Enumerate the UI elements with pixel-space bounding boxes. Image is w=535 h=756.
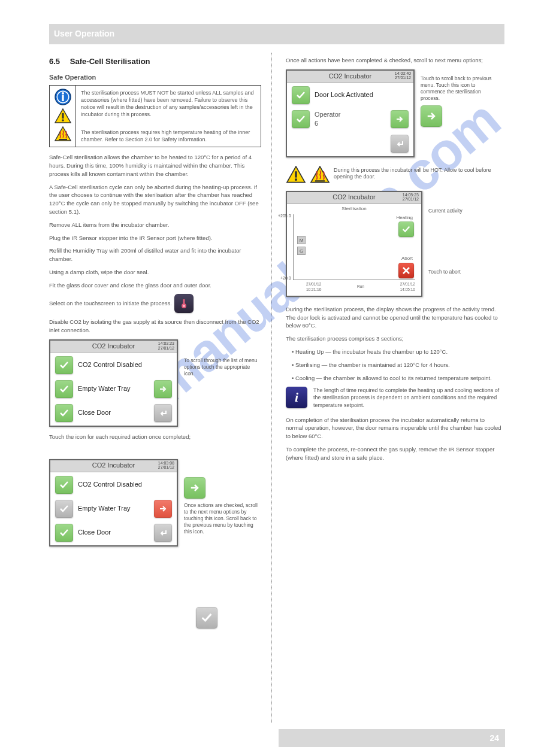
screen3-item2-sub: 6	[315, 119, 386, 128]
next-arrow-icon-inline	[421, 105, 442, 127]
header-bar: User Operation	[49, 24, 504, 44]
check-button[interactable]	[55, 524, 73, 542]
mandatory-icon	[54, 88, 72, 106]
footer-bar: 24	[279, 729, 505, 747]
screen3-title: CO2 Incubator	[329, 72, 372, 81]
next-arrow-button[interactable]	[391, 110, 409, 128]
svg-rect-11	[183, 299, 185, 305]
check-button[interactable]	[55, 380, 73, 398]
ui-screen-1: CO2 Incubator 14:03:2327/01/12 CO2 Contr…	[49, 339, 178, 427]
after-p2: The sterilisation process comprises 3 se…	[286, 335, 501, 343]
note-text-2: The sterilisation process requires high …	[81, 129, 256, 143]
header-title: User Operation	[54, 29, 114, 38]
check-button[interactable]	[292, 110, 310, 128]
body-p7: Fit the glass door cover and close the g…	[49, 281, 265, 290]
body-p1: Safe-Cell sterilisation allows the chamb…	[49, 153, 265, 178]
screen1-item1: CO2 Control Disabled	[78, 360, 172, 369]
run-label: Run	[357, 284, 364, 289]
next-arrow-button-red[interactable]	[154, 500, 172, 518]
next-arrow-button[interactable]	[154, 380, 172, 398]
safety-note-box: The sterilisation process MUST NOT be st…	[49, 85, 261, 148]
mid-para: Touch the icon for each required action …	[49, 433, 191, 441]
check-icon-inline	[196, 607, 217, 629]
screen1-title: CO2 Incubator	[92, 342, 135, 351]
after-p3: • Heating Up — the incubator heats the c…	[292, 348, 501, 356]
m-button[interactable]: M	[297, 236, 306, 244]
screen2-item2: Empty Water Tray	[78, 504, 149, 513]
final-p1: On completion of the sterilisation proce…	[286, 416, 501, 441]
screen1-item2: Empty Water Tray	[78, 384, 149, 393]
body-p3: Remove ALL items from the incubator cham…	[49, 221, 265, 229]
screen1-item3: Close Door	[78, 408, 149, 417]
section-title: Safe-Cell Sterilisation	[70, 57, 150, 66]
after-p4: • Sterilising — the chamber is maintaine…	[292, 361, 501, 369]
svg-rect-14	[295, 171, 297, 177]
return-button[interactable]	[154, 524, 172, 542]
screen2-title: CO2 Incubator	[92, 461, 135, 470]
sterilise-menu-icon	[174, 294, 194, 313]
abort-label: Abort	[401, 255, 413, 262]
warning-icon	[286, 166, 306, 184]
screen2-side: Once actions are checked, scroll to the …	[184, 502, 262, 535]
note-text-1: The sterilisation process MUST NOT be st…	[81, 89, 256, 119]
screen3-item1: Door Lock Activated	[315, 90, 409, 99]
hot-surface-icon	[55, 126, 71, 142]
screen4-callout1: Current activity	[428, 208, 494, 214]
heating-check-button[interactable]	[398, 221, 414, 237]
page-number: 24	[489, 733, 499, 743]
safe-op-heading: Safe Operation	[49, 73, 265, 82]
body-p2: A Safe-Cell sterilisation cycle can only…	[49, 183, 265, 216]
svg-point-12	[183, 305, 185, 307]
return-button[interactable]	[154, 404, 172, 422]
chart-title: Sterilisation	[289, 205, 419, 212]
body-p8: Select on the touchscreen to initiate th…	[49, 299, 172, 308]
ui-screen-3: CO2 Incubator 14:03:4027/01/12 Door Lock…	[286, 69, 415, 157]
check-button[interactable]	[55, 476, 73, 494]
screen3-item2: Operator	[315, 110, 386, 119]
info-text: The length of time required to complete …	[313, 387, 501, 408]
final-p2: To complete the process, re-connect the …	[286, 445, 501, 462]
screen4-callout2: Touch to abort	[428, 269, 494, 275]
ui-screen-4: CO2 Incubator 14:05:2327/01/12 Sterilisa…	[286, 191, 422, 297]
return-button[interactable]	[391, 135, 409, 153]
warn-text: During this process the incubator will b…	[334, 166, 501, 181]
hot-surface-icon	[310, 166, 330, 184]
right-intro: Once all actions have been completed & c…	[286, 56, 501, 65]
body-p5: Refill the Humidity Tray with 200ml of d…	[49, 247, 265, 263]
screen2-item3: Close Door	[78, 528, 149, 537]
ui-screen-2: CO2 Incubator 14:03:0827/01/12 CO2 Contr…	[49, 459, 178, 546]
svg-point-7	[62, 119, 64, 122]
body-p6: Using a damp cloth, wipe the door seal.	[49, 268, 265, 277]
screen4-title: CO2 Incubator	[333, 193, 376, 202]
screen1-callout: To scroll through the list of menu optio…	[184, 357, 262, 377]
next-arrow-icon-inline	[184, 477, 205, 499]
svg-rect-6	[62, 113, 64, 119]
abort-button[interactable]	[398, 263, 414, 278]
chart-area: +205.0 +20.0 M G Heating Abort	[293, 214, 415, 280]
check-button[interactable]	[55, 356, 73, 374]
warning-icon	[55, 108, 71, 124]
g-button[interactable]: G	[297, 247, 306, 255]
info-icon: i	[286, 387, 307, 408]
body-p9: Disable CO2 by isolating the gas supply …	[49, 318, 265, 335]
check-button[interactable]	[292, 86, 310, 104]
after-p5: • Cooling — the chamber is allowed to co…	[292, 374, 501, 382]
screen2-item1: CO2 Control Disabled	[78, 480, 172, 489]
body-p4: Plug the IR Sensor stopper into the IR S…	[49, 234, 265, 242]
svg-point-15	[295, 178, 297, 181]
heating-label: Heating	[396, 214, 413, 221]
after-p1: During the sterilisation process, the di…	[286, 305, 501, 330]
section-number: 6.5	[49, 57, 60, 66]
check-button[interactable]	[55, 404, 73, 422]
column-divider	[271, 53, 272, 723]
check-button-unchecked[interactable]	[55, 500, 73, 518]
screen3-side: Touch to scroll back to previous menu. T…	[421, 75, 498, 102]
left-column: 6.5 Safe-Cell Sterilisation Safe Operati…	[49, 56, 265, 546]
svg-rect-3	[62, 95, 64, 101]
right-column: Once all actions have been completed & c…	[286, 56, 501, 467]
svg-point-4	[62, 92, 64, 95]
